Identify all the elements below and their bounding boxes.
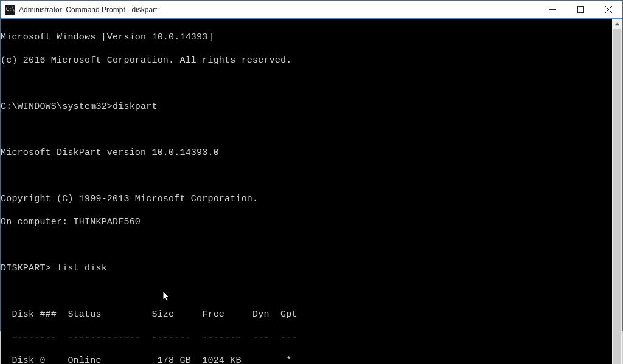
- terminal-line: [1, 124, 612, 136]
- terminal-line: Microsoft Windows [Version 10.0.14393]: [1, 32, 612, 43]
- svg-rect-1: [577, 7, 583, 13]
- terminal-line: [1, 78, 612, 89]
- terminal-line: [1, 170, 612, 182]
- app-icon: C:\: [5, 5, 15, 15]
- vertical-scrollbar[interactable]: [612, 19, 622, 364]
- window-title: Administrator: Command Prompt - diskpart: [19, 5, 157, 14]
- table-header: Disk ### Status Size Free Dyn Gpt: [1, 309, 612, 320]
- scroll-thumb[interactable]: [613, 29, 621, 364]
- minimize-button[interactable]: [538, 1, 566, 19]
- terminal-line: Microsoft DiskPart version 10.0.14393.0: [1, 147, 612, 159]
- chevron-up-icon: [614, 21, 620, 27]
- scroll-track[interactable]: [612, 29, 622, 364]
- close-button[interactable]: [594, 1, 622, 19]
- terminal-line: C:\WINDOWS\system32>diskpart: [1, 101, 612, 112]
- scroll-up-button[interactable]: [612, 19, 622, 29]
- table-row: Disk 0 Online 178 GB 1024 KB *: [1, 355, 612, 364]
- client-area: Microsoft Windows [Version 10.0.14393] (…: [1, 19, 622, 364]
- close-icon: [605, 6, 612, 13]
- minimize-icon: [549, 6, 556, 13]
- maximize-button[interactable]: [566, 1, 594, 19]
- terminal-line: [1, 286, 612, 297]
- maximize-icon: [577, 6, 584, 13]
- table-divider: -------- ------------- ------- ------- -…: [1, 332, 612, 343]
- terminal-line: [1, 239, 612, 251]
- terminal-line: (c) 2016 Microsoft Corporation. All righ…: [1, 55, 612, 66]
- terminal-output[interactable]: Microsoft Windows [Version 10.0.14393] (…: [1, 19, 612, 364]
- terminal-line: DISKPART> list disk: [1, 263, 612, 274]
- command-prompt-window: C:\ Administrator: Command Prompt - disk…: [0, 0, 623, 331]
- titlebar[interactable]: C:\ Administrator: Command Prompt - disk…: [1, 1, 622, 19]
- app-icon-glyph: C:\: [6, 7, 15, 12]
- terminal-line: Copyright (C) 1999-2013 Microsoft Corpor…: [1, 193, 612, 205]
- terminal-line: On computer: THINKPADE560: [1, 216, 612, 228]
